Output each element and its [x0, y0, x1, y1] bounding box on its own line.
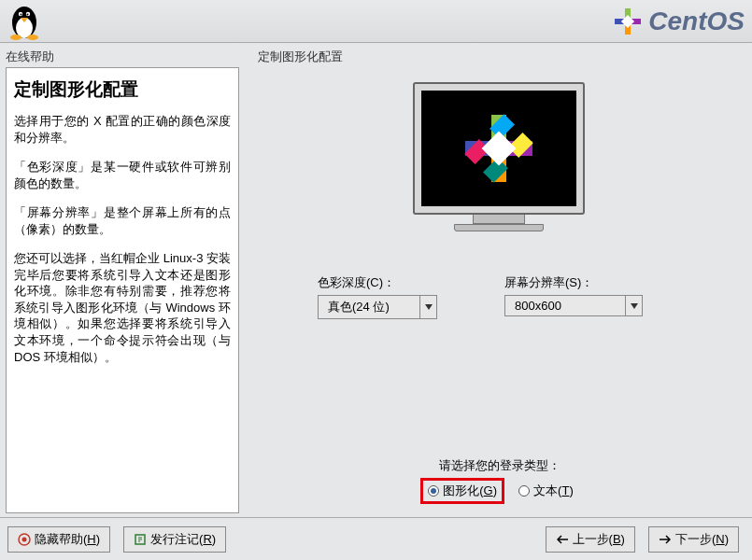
next-button[interactable]: 下一步(N) [648, 526, 739, 553]
resolution-dropdown[interactable]: 800x600 [504, 295, 643, 316]
color-depth-dropdown[interactable]: 真色(24 位) [318, 295, 437, 319]
help-p1: 选择用于您的 X 配置的正确的颜色深度和分辨率。 [14, 113, 231, 146]
svg-point-4 [21, 13, 22, 15]
login-type-group: 请选择您的登录类型： 图形化(G) 文本(T) [247, 457, 752, 504]
release-notes-label: 发行注记(R) [150, 531, 216, 548]
color-depth-label: 色彩深度(C)： [318, 274, 437, 291]
back-label: 上一步(B) [573, 531, 625, 548]
chevron-down-icon[interactable] [626, 295, 643, 316]
hide-help-icon [18, 533, 31, 546]
resolution-label: 屏幕分辨率(S)： [504, 274, 643, 291]
next-label: 下一步(N) [675, 531, 729, 548]
arrow-left-icon [556, 533, 569, 546]
tux-logo [2, 1, 47, 42]
hide-help-label: 隐藏帮助(H) [35, 531, 100, 548]
help-heading: 定制图形化配置 [14, 77, 231, 102]
color-depth-group: 色彩深度(C)： 真色(24 位) [318, 274, 437, 319]
help-panel-label: 在线帮助 [6, 49, 239, 65]
radio-icon [428, 485, 439, 497]
radio-text-label: 文本(T) [533, 483, 574, 499]
centos-pinwheel-icon [459, 108, 539, 189]
back-button[interactable]: 上一步(B) [546, 526, 635, 553]
svg-rect-12 [621, 14, 634, 27]
monitor-preview [413, 82, 585, 231]
svg-point-23 [22, 537, 27, 541]
svg-point-6 [10, 35, 21, 40]
hide-help-button[interactable]: 隐藏帮助(H) [7, 526, 110, 553]
help-box: 定制图形化配置 选择用于您的 X 配置的正确的颜色深度和分辨率。 「色彩深度」是… [6, 67, 239, 513]
resolution-value: 800x600 [504, 295, 626, 316]
centos-logo-icon [613, 7, 643, 36]
help-p2: 「色彩深度」是某一硬件或软件可辨别颜色的数量。 [14, 159, 231, 191]
svg-point-5 [27, 13, 29, 15]
brand-text: CentOS [648, 7, 745, 36]
release-notes-button[interactable]: 发行注记(R) [123, 526, 226, 553]
brand: CentOS [613, 7, 745, 36]
login-type-label: 请选择您的登录类型： [247, 457, 752, 474]
resolution-group: 屏幕分辨率(S)： 800x600 [504, 274, 643, 319]
svg-point-7 [27, 35, 38, 40]
main-panel: 定制图形化配置 [247, 43, 752, 517]
release-notes-icon [134, 533, 147, 546]
radio-text[interactable]: 文本(T) [514, 481, 578, 501]
color-depth-value: 真色(24 位) [318, 295, 420, 319]
help-p3: 「屏幕分辨率」是整个屏幕上所有的点（像素）的数量。 [14, 204, 231, 237]
chevron-down-icon[interactable] [420, 295, 437, 319]
svg-rect-21 [481, 132, 516, 166]
radio-graphical[interactable]: 图形化(G) [420, 478, 504, 504]
main-panel-label: 定制图形化配置 [258, 49, 739, 65]
header: CentOS [0, 0, 752, 43]
arrow-right-icon [659, 533, 672, 546]
help-panel: 在线帮助 定制图形化配置 选择用于您的 X 配置的正确的颜色深度和分辨率。 「色… [0, 43, 247, 517]
radio-icon [518, 485, 530, 497]
footer: 隐藏帮助(H) 发行注记(R) 上一步(B) 下一步(N) [0, 517, 752, 560]
help-p4: 您还可以选择，当红帽企业 Linux-3 安装完毕后您要将系统引导入文本还是图形… [14, 250, 231, 365]
radio-graphical-label: 图形化(G) [443, 483, 497, 499]
